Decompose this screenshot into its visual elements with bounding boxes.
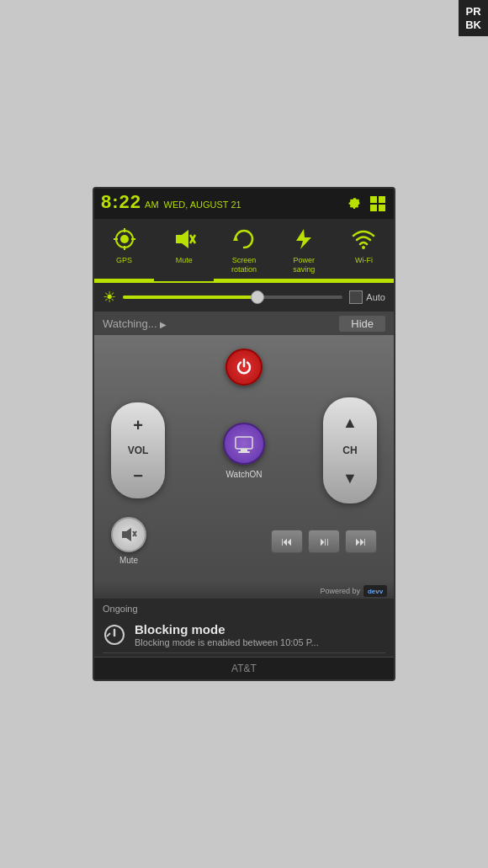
- vol-label: VOL: [128, 441, 149, 460]
- phone-frame: 8:22 AM WED, AUGUST 21: [93, 187, 395, 682]
- screen-rotation-label: Screenrotation: [231, 256, 257, 274]
- remote-body: + VOL − WatchON: [94, 335, 394, 582]
- power-button[interactable]: [225, 349, 263, 386]
- watching-bar: Watching... ▶ Hide: [94, 312, 394, 335]
- gps-icon: [111, 226, 138, 253]
- auto-toggle[interactable]: Auto: [349, 290, 385, 304]
- watchon-button[interactable]: [223, 423, 265, 465]
- play-pause-button[interactable]: ⏯: [308, 530, 340, 553]
- ch-up-button[interactable]: ▲: [332, 404, 369, 441]
- svg-rect-0: [370, 196, 377, 203]
- power-button-wrap: [111, 349, 377, 386]
- power-saving-label: Powersaving: [293, 256, 315, 274]
- remote-bottom: Mute ⏮ ⏯ ⏭: [111, 517, 377, 565]
- settings-icon[interactable]: [345, 194, 363, 213]
- grid-icon[interactable]: [369, 194, 387, 213]
- vol-control: + VOL −: [111, 402, 165, 498]
- notification-item[interactable]: Blocking mode Blocking mode is enabled b…: [103, 617, 385, 653]
- auto-label: Auto: [366, 292, 385, 302]
- svg-rect-23: [106, 632, 111, 637]
- vol-up-button[interactable]: +: [119, 409, 156, 441]
- notification-description: Blocking mode is enabled between 10:05 P…: [135, 637, 337, 647]
- status-bar: 8:22 AM WED, AUGUST 21: [94, 189, 394, 219]
- qs-item-screen-rotation[interactable]: Screenrotation: [214, 219, 273, 282]
- notification-content: Blocking mode Blocking mode is enabled b…: [135, 622, 385, 647]
- watchon-label: WatchON: [226, 470, 263, 479]
- mute-button[interactable]: [111, 517, 146, 552]
- ongoing-section: Ongoing Blocking mode Blocking mode is e…: [94, 599, 394, 657]
- hide-button[interactable]: Hide: [339, 316, 385, 332]
- svg-point-14: [362, 246, 365, 249]
- gps-label: GPS: [116, 256, 132, 265]
- qs-item-gps[interactable]: GPS: [94, 219, 154, 282]
- quick-settings-row: GPS Mute Screenrotation: [94, 219, 394, 284]
- powered-by-text: Powered by: [320, 587, 360, 595]
- prbk-badge: PR BK: [459, 0, 488, 36]
- powered-by-row: Powered by devv: [94, 582, 394, 599]
- svg-rect-15: [236, 437, 252, 449]
- fast-forward-button[interactable]: ⏭: [345, 530, 377, 553]
- carrier-name: AT&T: [231, 663, 257, 674]
- powered-logo: devv: [363, 585, 387, 597]
- svg-rect-17: [238, 451, 250, 453]
- ch-control: ▲ CH ▼: [323, 397, 377, 503]
- svg-marker-10: [176, 230, 188, 248]
- mute-remote-label: Mute: [119, 556, 138, 565]
- status-ampm: AM: [145, 194, 159, 216]
- brightness-icon: ☀: [103, 288, 116, 306]
- carrier-bar: AT&T: [94, 657, 394, 679]
- qs-item-mute[interactable]: Mute: [154, 219, 214, 282]
- remote-area: Watching... ▶ Hide +: [94, 312, 394, 599]
- watchon-center: WatchON: [223, 423, 265, 479]
- brightness-slider[interactable]: [123, 296, 342, 299]
- watching-text: Watching... ▶: [103, 317, 167, 330]
- status-time: 8:22: [101, 191, 141, 213]
- qs-item-power-saving[interactable]: Powersaving: [274, 219, 334, 282]
- screen-rotation-icon: [231, 226, 257, 253]
- svg-rect-1: [379, 196, 385, 203]
- svg-marker-18: [122, 528, 131, 541]
- svg-rect-3: [379, 205, 385, 211]
- notification-title: Blocking mode: [135, 622, 385, 636]
- ch-label: CH: [342, 441, 357, 460]
- brightness-row: ☀ Auto: [94, 283, 394, 312]
- wifi-icon: [350, 226, 377, 253]
- blocking-mode-icon: [103, 623, 126, 647]
- mute-button-wrap: Mute: [111, 517, 146, 565]
- qs-item-wifi[interactable]: Wi-Fi: [334, 219, 394, 282]
- mute-label: Mute: [176, 256, 193, 265]
- wifi-label: Wi-Fi: [355, 256, 373, 265]
- mute-icon: [171, 226, 198, 253]
- svg-rect-16: [241, 449, 247, 451]
- auto-checkbox[interactable]: [349, 290, 363, 304]
- svg-rect-2: [370, 205, 377, 211]
- ongoing-label: Ongoing: [103, 604, 385, 614]
- svg-point-5: [120, 235, 129, 243]
- remote-middle: + VOL − WatchON: [111, 397, 377, 503]
- status-date: WED, AUGUST 21: [164, 200, 241, 210]
- status-icons: [345, 194, 387, 213]
- vol-down-button[interactable]: −: [119, 460, 156, 492]
- power-saving-icon: [290, 226, 317, 253]
- rewind-button[interactable]: ⏮: [271, 530, 303, 553]
- playback-controls: ⏮ ⏯ ⏭: [271, 530, 377, 553]
- brightness-fill: [123, 296, 255, 299]
- brightness-thumb[interactable]: [251, 290, 264, 304]
- ch-down-button[interactable]: ▼: [332, 460, 369, 497]
